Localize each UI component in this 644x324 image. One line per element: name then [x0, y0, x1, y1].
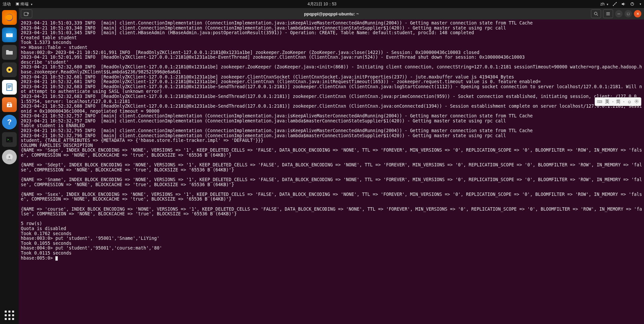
search-button[interactable] [591, 9, 601, 18]
maximize-icon: □ [627, 12, 630, 16]
power-icon[interactable] [630, 2, 635, 6]
svg-text:A: A [8, 104, 11, 107]
chevron-down-icon: ▾ [640, 2, 641, 6]
terminal-content[interactable]: 2023-04-21 10:51:03,339 INFO [main] clie… [19, 19, 644, 324]
chevron-down-icon: ▾ [607, 3, 608, 6]
clock[interactable]: 4月21日 10：53 [308, 1, 336, 7]
close-icon: ✕ [636, 12, 639, 16]
dot-icon: ● [612, 101, 613, 103]
svg-point-28 [636, 101, 637, 102]
chevron-down-icon: ▾ [31, 3, 33, 6]
emoji-icon: ☺ [627, 99, 632, 104]
app-menu-label: 终端 [20, 2, 29, 6]
svg-line-35 [635, 102, 636, 103]
cursor [55, 256, 58, 261]
ime-mode-en: 英 [605, 99, 609, 105]
network-icon[interactable] [612, 2, 617, 6]
svg-line-34 [638, 102, 638, 103]
dock-app-files[interactable] [2, 45, 17, 60]
dock-app-disk[interactable]: DVD [2, 150, 17, 164]
svg-line-24 [597, 15, 598, 16]
input-lang-label: zh [600, 2, 605, 6]
window-title: ppqppl@ppqppl-ubuntu: ~ [304, 11, 359, 16]
dock-app-firefox[interactable] [2, 10, 17, 25]
titlebar: ppqppl@ppqppl-ubuntu: ~ ─ □ ✕ [19, 8, 644, 19]
ime-indicator[interactable]: ⌨ 英 ● 简 ● ☺ [595, 97, 641, 106]
terminal-icon: ▣ [15, 2, 19, 6]
dot-icon: ● [623, 101, 625, 103]
new-tab-button[interactable] [21, 9, 32, 18]
svg-point-23 [594, 12, 597, 15]
dock-app-writer[interactable] [2, 80, 17, 95]
maximize-button[interactable]: □ [625, 10, 632, 17]
svg-text:DVD: DVD [8, 159, 11, 161]
gnome-topbar: 活动 ▣ 终端 ▾ 4月21日 10：53 zh ▾ ▾ [0, 0, 644, 8]
minimize-icon: ─ [617, 12, 620, 16]
dock-app-software[interactable]: A [2, 97, 17, 112]
svg-point-18 [9, 156, 10, 158]
svg-rect-12 [7, 88, 10, 88]
svg-line-33 [635, 100, 636, 100]
keyboard-icon: ⌨ [597, 100, 602, 104]
search-icon [594, 11, 598, 16]
dock-app-rhythmbox[interactable] [2, 62, 17, 77]
svg-rect-6 [6, 51, 13, 55]
activities-button[interactable]: 活动 [3, 1, 11, 7]
dock-app-thunderbird[interactable] [2, 28, 17, 42]
svg-point-8 [8, 69, 11, 71]
minimize-button[interactable]: ─ [615, 10, 623, 17]
svg-line-36 [638, 100, 638, 100]
svg-rect-11 [7, 87, 11, 87]
svg-rect-10 [7, 85, 11, 86]
close-button[interactable]: ✕ [634, 10, 641, 17]
terminal-window: ppqppl@ppqppl-ubuntu: ~ ─ □ ✕ 2023-04-21… [19, 8, 644, 324]
svg-rect-20 [24, 12, 28, 16]
dock: A ? >_ DVD [0, 8, 19, 324]
app-menu[interactable]: ▣ 终端 ▾ [15, 1, 33, 7]
dock-app-terminal[interactable]: >_ [2, 132, 17, 147]
volume-icon[interactable] [621, 2, 626, 6]
hamburger-icon [606, 11, 610, 16]
svg-text:>_: >_ [7, 138, 11, 141]
show-applications-button[interactable] [5, 311, 14, 320]
svg-rect-9 [7, 84, 12, 91]
menu-button[interactable] [603, 9, 613, 18]
ime-mode-simplified: 简 [616, 99, 620, 105]
input-lang[interactable]: zh ▾ [600, 2, 608, 6]
gear-icon [634, 99, 639, 105]
dock-app-help[interactable]: ? [2, 115, 17, 129]
